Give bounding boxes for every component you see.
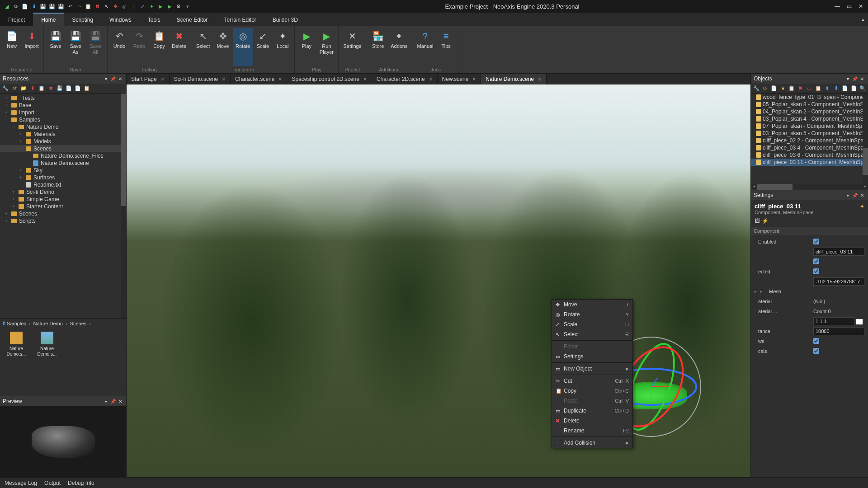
ribbon-store-button[interactable]: 🏪Store [368, 28, 388, 66]
panel-close-icon[interactable]: ✕ [859, 193, 865, 198]
prop-enabled-checkbox[interactable] [813, 239, 819, 244]
expander-icon[interactable]: + [18, 139, 24, 144]
tool-file-icon[interactable]: 📄 [65, 85, 72, 92]
panel-dropdown-icon[interactable]: ▾ [103, 399, 109, 404]
redo-icon[interactable]: ↷ [76, 3, 82, 9]
ribbon-scale-button[interactable]: ⤢Scale [253, 28, 273, 66]
expander-icon[interactable]: + [4, 211, 9, 216]
tab-close-icon[interactable]: ✕ [278, 76, 282, 82]
select-icon[interactable]: ↖ [103, 3, 109, 9]
tree-item[interactable]: +Models [0, 138, 126, 145]
thumb-scene[interactable]: Nature Demo.s... [34, 332, 60, 392]
prop-selected-checkbox[interactable] [813, 268, 819, 274]
document-tab[interactable]: Spaceship control 2D.scene✕ [287, 74, 372, 84]
import-icon[interactable]: ⬇ [31, 3, 37, 9]
menu-builder-3d[interactable]: Builder 3D [264, 13, 306, 26]
tool-paste-icon[interactable]: 📋 [83, 85, 90, 92]
prop-color-input[interactable] [813, 317, 854, 325]
menu-move[interactable]: ✥MoveT [552, 300, 632, 310]
prop-material-value[interactable]: (Null) [813, 299, 864, 304]
document-tab[interactable]: Character.scene✕ [231, 74, 287, 84]
tree-item[interactable]: −Scenes [0, 145, 126, 152]
tab-close-icon[interactable]: ✕ [538, 76, 542, 82]
panel-dropdown-icon[interactable]: ▾ [844, 76, 851, 81]
expander-icon[interactable]: + [4, 110, 9, 115]
expander-icon[interactable]: ▸ [755, 289, 760, 294]
ribbon-collapse-icon[interactable]: ▴ [858, 13, 868, 26]
menu-windows[interactable]: Windows [101, 13, 140, 26]
tool-refresh-icon[interactable]: ⟳ [11, 85, 18, 92]
object-item[interactable]: cliff_piece_03 11 - Component_MeshInSpac… [751, 159, 868, 166]
object-item[interactable]: 04_Poplar_skan 2 - Component_MeshInSpace [751, 108, 868, 115]
tool-paste-icon[interactable]: 📋 [815, 85, 822, 92]
expander-icon[interactable]: + [18, 132, 24, 136]
expander-icon[interactable]: + [4, 103, 9, 108]
ribbon-rotate-button[interactable]: ◎Rotate [233, 28, 253, 66]
minimize-button[interactable]: — [834, 3, 841, 9]
tool-newfolder-icon[interactable]: 📁 [20, 85, 27, 92]
tab-close-icon[interactable]: ✕ [222, 76, 226, 82]
saveall-icon[interactable]: 💾 [49, 3, 55, 9]
menu-select[interactable]: ↖SelectR [552, 329, 632, 339]
tool-file-icon[interactable]: 📄 [841, 85, 849, 92]
ribbon-select-button[interactable]: ↖Select [193, 28, 213, 66]
menu-scale[interactable]: ⤢ScaleU [552, 319, 632, 329]
tool-copy-icon[interactable]: 📋 [788, 85, 795, 92]
expander-icon[interactable]: + [18, 168, 24, 173]
object-item[interactable]: 03_Poplar_skan 5 - Component_MeshInSpace [751, 130, 868, 137]
menu-add-collision[interactable]: +Add Collision▶ [552, 438, 632, 448]
expander-icon[interactable]: + [4, 219, 9, 223]
tool-import-icon[interactable]: ⬇ [29, 85, 36, 92]
prop-transform-input[interactable] [813, 277, 864, 286]
object-item[interactable]: 03_Poplar_skan 4 - Component_MeshInSpace [751, 115, 868, 122]
tree-item[interactable]: +Simple Game [0, 196, 126, 203]
tool-delete-icon[interactable]: ✖ [797, 85, 804, 92]
tree-item[interactable]: +Scenes [0, 210, 126, 217]
menu-terrain-editor[interactable]: Terrain Editor [216, 13, 264, 26]
status-output[interactable]: Output [44, 480, 61, 486]
menu-settings[interactable]: ▭Settings [552, 352, 632, 361]
rotate-icon[interactable]: ◎ [121, 3, 127, 9]
panel-dropdown-icon[interactable]: ▾ [103, 76, 109, 81]
tree-item[interactable]: +_Tests [0, 94, 126, 102]
document-tab[interactable]: Character 2D.scene✕ [372, 74, 438, 84]
ribbon-run-player-button[interactable]: ▶Run Player [316, 28, 336, 66]
expander-icon[interactable]: + [11, 204, 16, 209]
objects-hscroll[interactable]: ◂▸ [751, 184, 868, 190]
tab-close-icon[interactable]: ✕ [363, 76, 367, 82]
ribbon-import-button[interactable]: ⬇Import [22, 28, 42, 66]
tool-down-icon[interactable]: ⬇ [832, 85, 840, 92]
expander-icon[interactable]: + [18, 175, 24, 180]
tree-item[interactable]: Nature Demo.scene_Files [0, 152, 126, 160]
breadcrumb-item[interactable]: Nature Demo [33, 321, 62, 326]
play2-icon[interactable]: ▶ [166, 3, 173, 9]
tree-item[interactable]: +Surfaces [0, 174, 126, 181]
object-item[interactable]: cliff_piece_03 4 - Component_MeshInSpace [751, 144, 868, 151]
menu-delete[interactable]: ✖Delete [552, 416, 632, 426]
scene-viewport[interactable]: ✥MoveT◎RotateY⤢ScaleU↖SelectREditor▭Sett… [127, 84, 750, 477]
breadcrumb-up-icon[interactable]: ⬆ [2, 320, 6, 326]
prop-replace-value[interactable]: Count 0 [813, 309, 864, 314]
dropdown-icon[interactable]: ▾ [184, 3, 191, 9]
menu-rotate[interactable]: ◎RotateY [552, 310, 632, 319]
ribbon-settings-button[interactable]: ✕Settings [340, 28, 364, 66]
tree-item[interactable]: Readme.txt [0, 181, 126, 188]
thumb-folder[interactable]: Nature Demo.s... [4, 332, 29, 392]
tree-item[interactable]: +Import [0, 109, 126, 116]
tree-item[interactable]: +Starter Content [0, 203, 126, 210]
ribbon-addons-button[interactable]: ✦Addons [388, 28, 410, 66]
tree-item[interactable]: +Sky [0, 167, 126, 174]
object-item[interactable]: cliff_piece_02 2 - Component_MeshInSpace [751, 137, 868, 144]
panel-pin-icon[interactable]: 📌 [110, 76, 116, 81]
menu-tools[interactable]: Tools [140, 13, 169, 26]
ribbon-save-as-button[interactable]: 💾Save As [66, 28, 85, 66]
tool-up-icon[interactable]: ⬆ [824, 85, 831, 92]
tool-delete-icon[interactable]: ✖ [47, 85, 54, 92]
prop-name-input[interactable] [813, 248, 864, 256]
tree-item[interactable]: +Base [0, 102, 126, 109]
tree-item[interactable]: +Scripts [0, 217, 126, 225]
breadcrumb-item[interactable]: Scenes [70, 321, 87, 326]
resources-tree[interactable]: +_Tests+Base+Import−Samples−Nature Demo+… [0, 94, 126, 318]
ribbon-tips-button[interactable]: ≡Tips [436, 28, 456, 66]
maximize-button[interactable]: ▭ [845, 3, 853, 9]
